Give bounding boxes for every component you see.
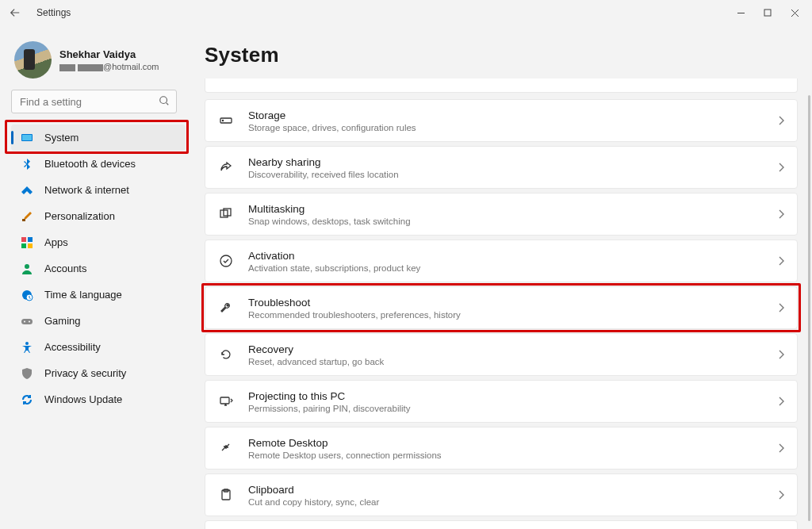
nav-item-bluetooth-devices[interactable]: Bluetooth & devices (11, 151, 186, 177)
wifi-icon (21, 184, 33, 197)
card-subtitle: Discoverability, received files location (248, 170, 778, 179)
card-title: Troubleshoot (248, 297, 778, 309)
card-subtitle: Reset, advanced startup, go back (248, 357, 778, 366)
nav-item-privacy-security[interactable]: Privacy & security (11, 360, 186, 386)
card-subtitle: Remote Desktop users, connection permiss… (248, 450, 778, 460)
card-clipboard[interactable]: Clipboard Cut and copy history, sync, cl… (205, 473, 798, 516)
card-storage[interactable]: Storage Storage space, drives, configura… (205, 99, 798, 142)
sidebar: Shekhar Vaidya @hotmail.com SystemBlueto… (0, 25, 193, 529)
window-title: Settings (36, 7, 71, 18)
card-multitasking[interactable]: Multitasking Snap windows, desktops, tas… (205, 193, 798, 236)
svg-rect-6 (28, 237, 33, 242)
nav-item-accounts[interactable]: Accounts (11, 255, 186, 282)
minimize-button[interactable] (736, 8, 745, 17)
card-subtitle: Recommended troubleshooters, preferences… (248, 310, 778, 320)
nav-item-system[interactable]: System (11, 125, 186, 151)
svg-rect-8 (28, 243, 33, 248)
person-icon (21, 263, 33, 275)
nav-item-network-internet[interactable]: Network & internet (11, 177, 186, 203)
chevron-right-icon (778, 163, 784, 172)
scrollbar[interactable] (808, 95, 810, 521)
search-box[interactable] (11, 90, 186, 113)
card-projecting-to-this-pc[interactable]: Projecting to this PC Permissions, pairi… (205, 380, 798, 423)
share-icon (218, 159, 234, 175)
card-title: Recovery (248, 343, 778, 355)
nav-item-time-language[interactable]: Time & language (11, 282, 186, 308)
card-title: Clipboard (248, 484, 778, 496)
accessibility-icon (21, 341, 33, 354)
bluetooth-icon (21, 158, 33, 171)
card-title: Storage (248, 109, 778, 121)
card-subtitle: Permissions, pairing PIN, discoverabilit… (248, 404, 778, 413)
svg-rect-21 (220, 397, 229, 404)
nav-item-gaming[interactable]: Gaming (11, 308, 186, 334)
card-recovery[interactable]: Recovery Reset, advanced startup, go bac… (205, 333, 798, 376)
svg-point-1 (160, 97, 167, 104)
page-title: System (205, 43, 798, 67)
chevron-right-icon (778, 490, 784, 500)
apps-icon (21, 236, 33, 249)
back-icon[interactable] (8, 6, 22, 20)
chevron-right-icon (778, 443, 784, 453)
brush-icon (21, 210, 33, 223)
nav-item-windows-update[interactable]: Windows Update (11, 386, 186, 412)
card-activation[interactable]: Activation Activation state, subscriptio… (205, 240, 798, 282)
chevron-right-icon (778, 350, 784, 359)
recovery-icon (218, 347, 234, 362)
partial-card-top[interactable] (205, 79, 798, 93)
remote-icon (218, 440, 234, 456)
card-subtitle: Storage space, drives, configuration rul… (248, 123, 778, 132)
card-remote-desktop[interactable]: Remote Desktop Remote Desktop users, con… (205, 427, 798, 470)
nav-label: Accessibility (44, 341, 101, 353)
svg-rect-0 (764, 10, 771, 16)
chevron-right-icon (778, 209, 784, 219)
svg-point-14 (29, 320, 30, 322)
nav-label: Personalization (44, 210, 115, 222)
svg-rect-7 (21, 243, 26, 248)
chevron-right-icon (778, 397, 784, 406)
avatar (14, 41, 52, 79)
profile-name: Shekhar Vaidya (59, 48, 159, 60)
profile-block[interactable]: Shekhar Vaidya @hotmail.com (14, 41, 186, 79)
nav-item-accessibility[interactable]: Accessibility (11, 334, 186, 360)
hdd-icon (218, 113, 234, 128)
chevron-right-icon (778, 303, 784, 312)
nav-label: Accounts (44, 263, 86, 274)
search-input[interactable] (11, 90, 177, 113)
project-icon (218, 393, 234, 409)
card-troubleshoot[interactable]: Troubleshoot Recommended troubleshooters… (205, 286, 798, 329)
nav-label: Windows Update (44, 393, 122, 405)
title-bar: Settings (0, 0, 812, 25)
nav-label: Gaming (44, 315, 81, 327)
card-subtitle: Cut and copy history, sync, clear (248, 497, 778, 507)
main-content: System Storage Storage space, drives, co… (193, 25, 812, 529)
card-title: Remote Desktop (248, 437, 778, 449)
card-title: Multitasking (248, 203, 778, 215)
search-icon (159, 95, 170, 106)
nav-label: Bluetooth & devices (44, 158, 136, 170)
card-subtitle: Activation state, subscriptions, product… (248, 263, 778, 273)
close-button[interactable] (790, 8, 799, 17)
svg-point-13 (24, 320, 25, 322)
nav-item-apps[interactable]: Apps (11, 229, 186, 255)
chevron-right-icon (778, 116, 784, 125)
card-subtitle: Snap windows, desktops, task switching (248, 217, 778, 226)
globe-clock-icon (21, 289, 33, 301)
nav-label: Apps (44, 236, 68, 248)
chevron-right-icon (778, 256, 784, 266)
card-title: Projecting to this PC (248, 390, 778, 402)
svg-point-17 (222, 120, 223, 121)
nav-item-personalization[interactable]: Personalization (11, 203, 186, 229)
card-about[interactable]: About Device specifications, rename PC, … (205, 520, 798, 529)
svg-point-9 (25, 264, 29, 269)
card-nearby-sharing[interactable]: Nearby sharing Discoverability, received… (205, 146, 798, 189)
clipboard-icon (218, 487, 234, 503)
nav-label: System (44, 132, 79, 144)
wrench-icon (218, 300, 234, 316)
shield-icon (21, 367, 33, 380)
multitask-icon (218, 206, 234, 222)
maximize-button[interactable] (763, 8, 772, 17)
svg-point-20 (220, 255, 232, 266)
card-title: Nearby sharing (248, 156, 778, 168)
nav-label: Time & language (44, 289, 122, 301)
